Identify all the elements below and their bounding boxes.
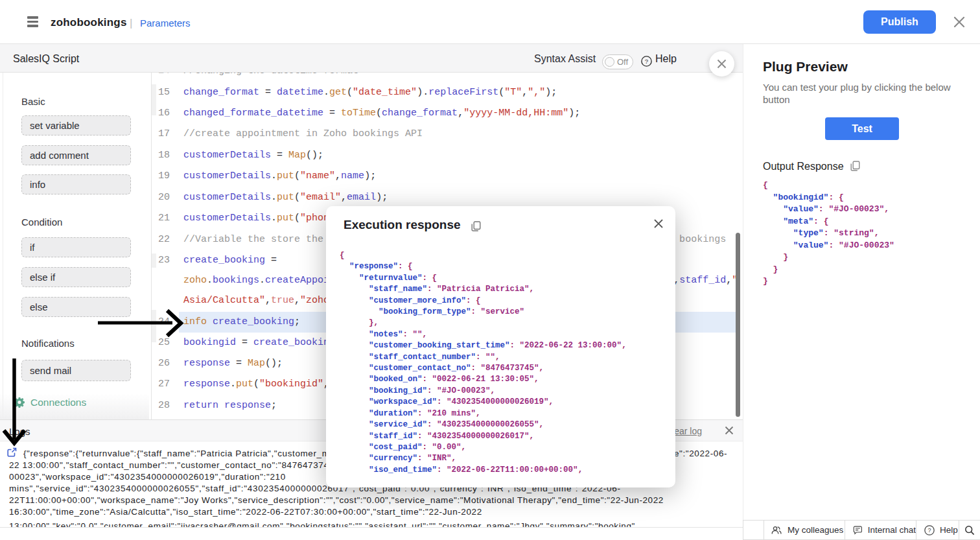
svg-text:?: ? (645, 58, 648, 65)
svg-text:?: ? (928, 527, 931, 534)
